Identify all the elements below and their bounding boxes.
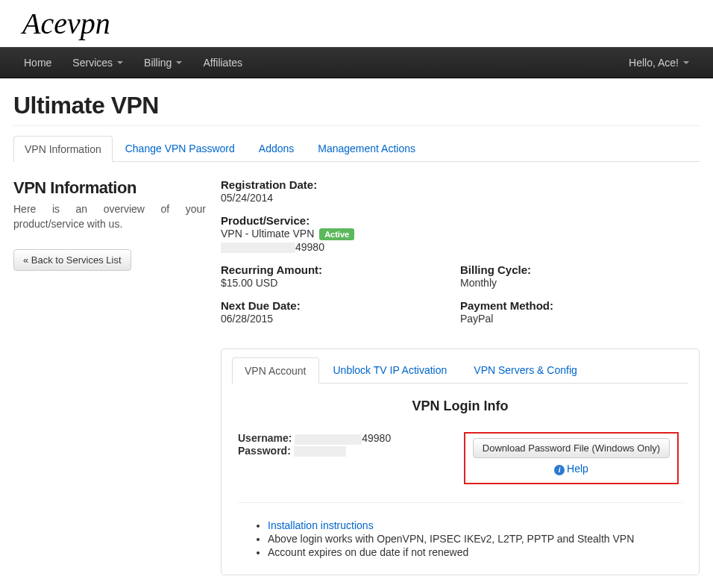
login-download-area: Download Password File (Windows Only) iH… bbox=[460, 432, 682, 484]
nav-home-label: Home bbox=[24, 57, 51, 69]
tab-vpn-information[interactable]: VPN Information bbox=[13, 136, 113, 162]
account-suffix: 49980 bbox=[295, 241, 324, 253]
redacted-username bbox=[295, 434, 362, 445]
page-container: Ultimate VPN VPN Information Change VPN … bbox=[0, 92, 713, 575]
redacted-password bbox=[294, 446, 346, 457]
password-row: Password: bbox=[238, 445, 460, 457]
main-tabs: VPN Information Change VPN Password Addo… bbox=[13, 135, 700, 162]
inner-tab-servers-config[interactable]: VPN Servers & Config bbox=[461, 357, 590, 383]
panel-divider bbox=[238, 502, 682, 503]
next-due-label: Next Due Date: bbox=[221, 299, 460, 312]
nav-affiliates[interactable]: Affiliates bbox=[192, 48, 253, 78]
inner-tab-vpn-account[interactable]: VPN Account bbox=[232, 357, 319, 384]
main-navbar: Home Services Billing Affiliates Hello, … bbox=[0, 47, 713, 78]
password-label: Password: bbox=[238, 445, 291, 457]
inner-tabs: VPN Account Unblock TV IP Activation VPN… bbox=[232, 357, 688, 384]
note-protocols: Above login works with OpenVPN, IPSEC IK… bbox=[268, 533, 688, 545]
payment-method-label: Payment Method: bbox=[460, 299, 700, 312]
info-next-due: Next Due Date: 06/28/2015 bbox=[221, 299, 460, 325]
nav-billing-label: Billing bbox=[144, 57, 172, 69]
tab-addons[interactable]: Addons bbox=[248, 135, 305, 161]
installation-instructions-link[interactable]: Installation instructions bbox=[268, 519, 374, 531]
billing-cycle-value: Monthly bbox=[460, 277, 700, 289]
product-name: VPN - Ultimate VPN bbox=[221, 228, 314, 240]
sidebar: VPN Information Here is an overview of y… bbox=[13, 178, 221, 575]
billing-cycle-label: Billing Cycle: bbox=[460, 263, 700, 276]
download-highlight-box: Download Password File (Windows Only) iH… bbox=[464, 432, 679, 484]
product-value: VPN - Ultimate VPN Active bbox=[221, 228, 700, 240]
notes-list: Installation instructions Above login wo… bbox=[232, 519, 688, 558]
info-recurring: Recurring Amount: $15.00 USD bbox=[221, 263, 460, 289]
brand-logo[interactable]: Acevpn bbox=[22, 7, 110, 40]
nav-services-label: Services bbox=[72, 57, 113, 69]
sidebar-title: VPN Information bbox=[13, 178, 206, 198]
nav-home[interactable]: Home bbox=[13, 48, 62, 78]
login-credentials: Username: 49980 Password: bbox=[238, 432, 460, 484]
page-title: Ultimate VPN bbox=[13, 92, 700, 119]
nav-greeting-label: Hello, Ace! bbox=[629, 57, 679, 69]
sidebar-description: Here is an overview of your product/serv… bbox=[13, 202, 206, 231]
status-badge: Active bbox=[319, 228, 354, 240]
help-link[interactable]: iHelp bbox=[554, 463, 588, 475]
recurring-label: Recurring Amount: bbox=[221, 263, 460, 276]
content-area: Registration Date: 05/24/2014 Product/Se… bbox=[221, 178, 700, 575]
next-due-value: 06/28/2015 bbox=[221, 313, 460, 325]
redacted-account-prefix bbox=[221, 243, 295, 253]
registration-date-label: Registration Date: bbox=[221, 178, 700, 191]
nav-affiliates-label: Affiliates bbox=[203, 57, 242, 69]
info-payment-method: Payment Method: PayPal bbox=[460, 299, 700, 325]
info-product: Product/Service: VPN - Ultimate VPN Acti… bbox=[221, 214, 700, 253]
main-content-row: VPN Information Here is an overview of y… bbox=[13, 178, 700, 575]
product-label: Product/Service: bbox=[221, 214, 700, 227]
title-divider bbox=[13, 125, 700, 126]
tab-management-actions[interactable]: Management Actions bbox=[307, 135, 427, 161]
info-billing-cycle: Billing Cycle: Monthly bbox=[460, 263, 700, 289]
help-icon: i bbox=[554, 465, 565, 475]
nav-services[interactable]: Services bbox=[62, 48, 134, 78]
help-link-label: Help bbox=[567, 463, 588, 475]
back-to-services-button[interactable]: « Back to Services List bbox=[13, 249, 131, 271]
info-grid: Registration Date: 05/24/2014 Product/Se… bbox=[221, 178, 700, 335]
vpn-login-title: VPN Login Info bbox=[232, 398, 688, 414]
recurring-value: $15.00 USD bbox=[221, 277, 460, 289]
username-label: Username: bbox=[238, 432, 292, 444]
nav-left: Home Services Billing Affiliates bbox=[13, 48, 253, 78]
note-install: Installation instructions bbox=[268, 519, 688, 531]
download-password-file-button[interactable]: Download Password File (Windows Only) bbox=[473, 438, 670, 458]
caret-down-icon bbox=[176, 61, 182, 64]
nav-right: Hello, Ace! bbox=[618, 48, 700, 78]
note-expiry: Account expires on due date if not renew… bbox=[268, 546, 688, 558]
vpn-account-panel: VPN Account Unblock TV IP Activation VPN… bbox=[221, 348, 700, 575]
caret-down-icon bbox=[117, 61, 123, 64]
payment-method-value: PayPal bbox=[460, 313, 700, 325]
header-logo-area: Acevpn bbox=[0, 0, 713, 47]
username-row: Username: 49980 bbox=[238, 432, 460, 444]
registration-date-value: 05/24/2014 bbox=[221, 192, 700, 204]
account-id-value: 49980 bbox=[221, 241, 700, 253]
tab-change-password[interactable]: Change VPN Password bbox=[114, 135, 246, 161]
nav-user-menu[interactable]: Hello, Ace! bbox=[618, 48, 700, 78]
caret-down-icon bbox=[683, 61, 689, 64]
inner-tab-unblock-tv[interactable]: Unblock TV IP Activation bbox=[321, 357, 460, 383]
info-registration: Registration Date: 05/24/2014 bbox=[221, 178, 700, 204]
username-suffix: 49980 bbox=[362, 432, 391, 444]
nav-billing[interactable]: Billing bbox=[134, 48, 192, 78]
login-row: Username: 49980 Password: Download Passw… bbox=[232, 432, 688, 484]
